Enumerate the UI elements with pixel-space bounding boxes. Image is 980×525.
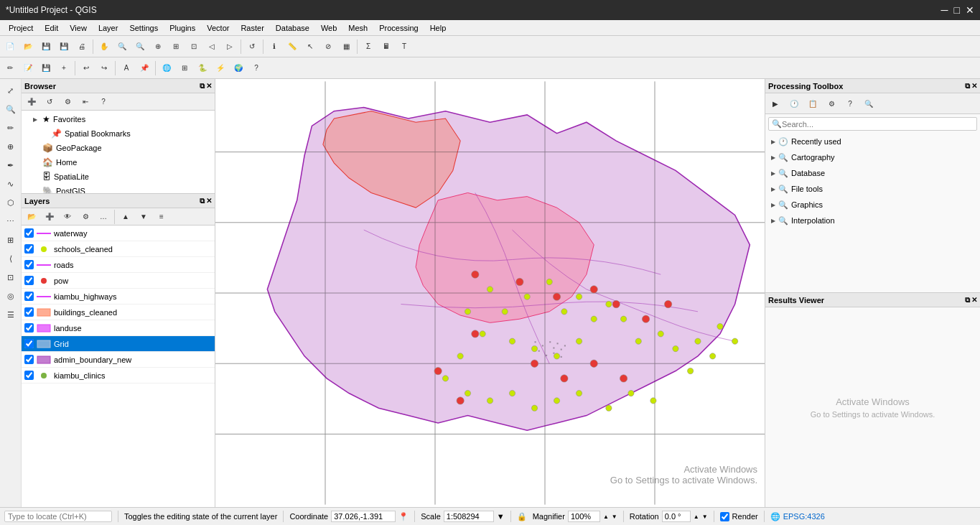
processing-search-box[interactable]: 🔍 [768,117,977,131]
select-btn[interactable]: ↖ [302,38,319,55]
layer-check-landuse[interactable] [24,323,34,333]
deselect-btn[interactable]: ⊘ [319,38,337,55]
layer-item-waterway[interactable]: waterway [22,226,215,241]
maximize-button[interactable]: □ [954,4,960,16]
browser-filter-btn[interactable]: ⚙ [59,93,76,111]
measure-btn[interactable]: 📏 [284,38,301,55]
side-icon-1[interactable]: ⤢ [2,82,19,99]
side-icon-5[interactable]: ✒ [2,157,19,174]
undo-btn[interactable]: ↩ [78,60,95,77]
menu-item-settings[interactable]: Settings [123,20,164,35]
print-btn[interactable]: 🖨 [73,38,90,55]
pan-btn[interactable]: ✋ [95,38,113,55]
layer-check-pow[interactable] [24,276,34,285]
proc-item-interpolation[interactable]: ▶🔍Interpolation [765,213,980,228]
browser-item-spatialite[interactable]: 🗄SpatiaLite [22,169,215,184]
layer-item-kiambu_highways[interactable]: kiambu_highways [22,289,215,305]
save-as-btn[interactable]: 💾 [55,38,73,55]
save-layer-btn[interactable]: 💾 [37,60,55,77]
mag-down-btn[interactable]: ▼ [612,514,617,520]
layer-check-kiambu_clinics[interactable] [24,371,34,380]
browser-float-btn[interactable]: ⧉ [200,82,205,90]
magnifier-value[interactable] [568,511,600,522]
browser-item-geopackage[interactable]: 📦GeoPackage [22,141,215,155]
labeling-btn[interactable]: A [118,60,135,77]
mag-up-btn[interactable]: ▲ [603,514,609,520]
layer-item-buildings_cleaned[interactable]: buildings_cleaned [22,305,215,320]
browser-item-home[interactable]: 🏠Home [22,155,215,169]
menu-item-layer[interactable]: Layer [93,20,124,35]
menu-item-help[interactable]: Help [424,20,452,35]
menu-item-edit[interactable]: Edit [39,20,64,35]
rot-down-btn[interactable]: ▼ [702,514,708,520]
layers-float-btn[interactable]: ⧉ [200,197,205,205]
edit-btn[interactable]: 📝 [19,60,37,77]
layer-item-grid[interactable]: Grid [22,336,215,352]
menu-item-raster[interactable]: Raster [235,20,269,35]
side-icon-2[interactable]: 🔍 [2,101,19,118]
menu-item-vector[interactable]: Vector [201,20,235,35]
layers-dots-btn[interactable]: … [95,208,112,226]
layers-more-btn[interactable]: ≡ [153,208,170,226]
zoom-full-btn[interactable]: ⊕ [149,38,167,55]
map-area[interactable]: Activate Windows Go to Settings to activ… [215,79,765,507]
open-project-btn[interactable]: 📂 [19,38,37,55]
menu-item-processing[interactable]: Processing [373,20,424,35]
proc-help-btn[interactable]: ? [841,95,859,112]
processing-close-btn[interactable]: ✕ [971,82,977,90]
side-icon-3[interactable]: ✏ [2,119,19,136]
layers-down-btn[interactable]: ▼ [135,208,152,226]
processing-float-btn[interactable]: ⧉ [965,82,970,90]
proc-run-btn[interactable]: ▶ [767,95,784,112]
side-icon-4[interactable]: ⊕ [2,138,19,155]
help-btn[interactable]: ? [248,60,265,77]
minimize-button[interactable]: ─ [941,4,948,16]
layer-check-roads[interactable] [24,260,34,269]
open-table-btn[interactable]: ▦ [337,38,355,55]
label-btn[interactable]: T [396,38,413,55]
results-close-btn[interactable]: ✕ [971,296,977,305]
menu-item-project[interactable]: Project [3,20,39,35]
proc-history-btn[interactable]: 🕐 [785,95,803,112]
layer-item-pow[interactable]: pow [22,273,215,289]
side-icon-11[interactable]: ⊡ [2,269,19,286]
side-icon-7[interactable]: ⬡ [2,194,19,211]
results-float-btn[interactable]: ⧉ [965,296,970,305]
stats-btn[interactable]: Σ [360,38,377,55]
proc-item-graphics[interactable]: ▶🔍Graphics [765,197,980,213]
browser-add-btn[interactable]: ➕ [23,93,40,111]
layers-open-btn[interactable]: 📂 [23,208,40,226]
side-icon-12[interactable]: ◎ [2,287,19,305]
zoom-out-btn[interactable]: 🔍 [131,38,149,55]
layer-item-roads[interactable]: roads [22,257,215,273]
zoom-prev-btn[interactable]: ◁ [203,38,220,55]
proc-item-cartography[interactable]: ▶🔍Cartography [765,149,980,165]
close-button[interactable]: ✕ [966,4,974,16]
python-btn[interactable]: 🐍 [194,60,211,77]
geocoding-btn[interactable]: 🌐 [158,60,175,77]
browser-refresh-btn[interactable]: ↺ [41,93,58,111]
side-icon-10[interactable]: ⟨ [2,250,19,267]
scale-value[interactable] [444,511,494,522]
menu-item-plugins[interactable]: Plugins [164,20,201,35]
proc-item-recently-used[interactable]: ▶🕐Recently used [765,134,980,149]
browser-close-btn[interactable]: ✕ [206,82,212,90]
new-project-btn[interactable]: 📄 [1,38,19,55]
side-icon-9[interactable]: ⊞ [2,231,19,248]
rot-up-btn[interactable]: ▲ [694,514,699,520]
menu-item-web[interactable]: Web [315,20,342,35]
layer-check-waterway[interactable] [24,228,34,238]
proc-item-file-tools[interactable]: ▶🔍File tools [765,181,980,197]
layers-up-btn[interactable]: ▲ [117,208,134,226]
save-project-btn[interactable]: 💾 [37,38,55,55]
layers-visible-btn[interactable]: 👁 [59,208,76,226]
tiles-btn[interactable]: ⊞ [176,60,193,77]
layers-add-btn[interactable]: ➕ [41,208,58,226]
menu-item-database[interactable]: Database [270,20,315,35]
layer-check-schools_cleaned[interactable] [24,244,34,254]
proc-item-database[interactable]: ▶🔍Database [765,165,980,181]
proc-results-btn[interactable]: 📋 [804,95,821,112]
side-icon-6[interactable]: ∿ [2,175,19,192]
zoom-layer-btn[interactable]: ⊞ [167,38,185,55]
menu-item-view[interactable]: View [64,20,93,35]
